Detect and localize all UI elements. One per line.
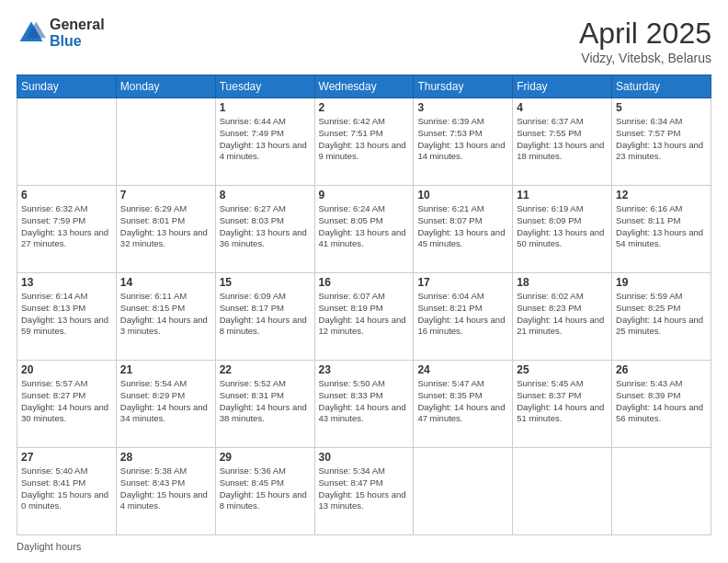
day-number: 20 <box>21 363 112 376</box>
calendar-cell: 3Sunrise: 6:39 AM Sunset: 7:53 PM Daylig… <box>414 98 513 186</box>
day-info: Sunrise: 6:42 AM Sunset: 7:51 PM Dayligh… <box>319 116 410 163</box>
calendar-week-row: 13Sunrise: 6:14 AM Sunset: 8:13 PM Dayli… <box>17 273 711 361</box>
day-number: 17 <box>417 276 508 289</box>
day-info: Sunrise: 5:34 AM Sunset: 8:47 PM Dayligh… <box>319 465 410 512</box>
day-info: Sunrise: 6:32 AM Sunset: 7:59 PM Dayligh… <box>21 203 112 250</box>
calendar-cell: 16Sunrise: 6:07 AM Sunset: 8:19 PM Dayli… <box>314 273 414 361</box>
calendar-page: General Blue April 2025 Vidzy, Vitebsk, … <box>0 0 728 563</box>
calendar-cell <box>612 448 711 535</box>
day-header-friday: Friday <box>513 75 612 98</box>
calendar-cell: 23Sunrise: 5:50 AM Sunset: 8:33 PM Dayli… <box>314 361 414 448</box>
calendar-cell: 19Sunrise: 5:59 AM Sunset: 8:25 PM Dayli… <box>612 273 711 361</box>
day-number: 12 <box>616 189 707 201</box>
calendar-cell: 27Sunrise: 5:40 AM Sunset: 8:41 PM Dayli… <box>17 448 117 535</box>
calendar-cell: 11Sunrise: 6:19 AM Sunset: 8:09 PM Dayli… <box>513 186 612 273</box>
calendar-cell: 9Sunrise: 6:24 AM Sunset: 8:05 PM Daylig… <box>314 186 414 273</box>
header: General Blue April 2025 Vidzy, Vitebsk, … <box>17 17 711 65</box>
day-number: 23 <box>319 363 410 376</box>
day-info: Sunrise: 6:14 AM Sunset: 8:13 PM Dayligh… <box>21 291 112 338</box>
calendar-header-row: SundayMondayTuesdayWednesdayThursdayFrid… <box>17 75 711 98</box>
calendar-table: SundayMondayTuesdayWednesdayThursdayFrid… <box>17 75 711 535</box>
day-info: Sunrise: 6:09 AM Sunset: 8:17 PM Dayligh… <box>220 291 311 338</box>
day-info: Sunrise: 6:37 AM Sunset: 7:55 PM Dayligh… <box>517 116 608 163</box>
calendar-cell <box>513 448 612 535</box>
day-number: 15 <box>220 276 311 289</box>
day-info: Sunrise: 5:43 AM Sunset: 8:39 PM Dayligh… <box>616 378 707 425</box>
day-info: Sunrise: 6:04 AM Sunset: 8:21 PM Dayligh… <box>417 291 508 338</box>
day-info: Sunrise: 5:50 AM Sunset: 8:33 PM Dayligh… <box>319 378 410 425</box>
day-number: 14 <box>120 276 211 289</box>
calendar-week-row: 20Sunrise: 5:57 AM Sunset: 8:27 PM Dayli… <box>17 361 711 448</box>
day-info: Sunrise: 6:34 AM Sunset: 7:57 PM Dayligh… <box>616 116 707 163</box>
calendar-cell: 5Sunrise: 6:34 AM Sunset: 7:57 PM Daylig… <box>612 98 711 186</box>
day-number: 11 <box>517 189 608 201</box>
day-number: 6 <box>21 189 112 201</box>
day-number: 18 <box>517 276 608 289</box>
day-number: 30 <box>319 451 410 464</box>
day-info: Sunrise: 6:44 AM Sunset: 7:49 PM Dayligh… <box>220 116 311 163</box>
calendar-cell: 4Sunrise: 6:37 AM Sunset: 7:55 PM Daylig… <box>513 98 612 186</box>
title-block: April 2025 Vidzy, Vitebsk, Belarus <box>579 17 711 65</box>
calendar-cell: 14Sunrise: 6:11 AM Sunset: 8:15 PM Dayli… <box>116 273 215 361</box>
day-number: 21 <box>120 363 211 376</box>
day-info: Sunrise: 6:16 AM Sunset: 8:11 PM Dayligh… <box>616 203 707 250</box>
day-header-monday: Monday <box>116 75 215 98</box>
day-number: 10 <box>417 189 508 201</box>
day-info: Sunrise: 5:57 AM Sunset: 8:27 PM Dayligh… <box>21 378 112 425</box>
day-number: 24 <box>417 363 508 376</box>
calendar-cell: 15Sunrise: 6:09 AM Sunset: 8:17 PM Dayli… <box>215 273 314 361</box>
calendar-subtitle: Vidzy, Vitebsk, Belarus <box>579 51 711 65</box>
day-number: 16 <box>319 276 410 289</box>
calendar-week-row: 1Sunrise: 6:44 AM Sunset: 7:49 PM Daylig… <box>17 98 711 186</box>
day-number: 27 <box>21 451 112 464</box>
calendar-week-row: 27Sunrise: 5:40 AM Sunset: 8:41 PM Dayli… <box>17 448 711 535</box>
calendar-cell: 30Sunrise: 5:34 AM Sunset: 8:47 PM Dayli… <box>314 448 414 535</box>
calendar-cell: 1Sunrise: 6:44 AM Sunset: 7:49 PM Daylig… <box>215 98 314 186</box>
day-number: 26 <box>616 363 707 376</box>
day-number: 22 <box>220 363 311 376</box>
day-info: Sunrise: 6:24 AM Sunset: 8:05 PM Dayligh… <box>319 203 410 250</box>
calendar-cell: 2Sunrise: 6:42 AM Sunset: 7:51 PM Daylig… <box>314 98 414 186</box>
day-header-wednesday: Wednesday <box>314 75 414 98</box>
day-number: 7 <box>120 189 211 201</box>
day-info: Sunrise: 6:07 AM Sunset: 8:19 PM Dayligh… <box>319 291 410 338</box>
day-number: 1 <box>220 101 311 114</box>
calendar-cell: 21Sunrise: 5:54 AM Sunset: 8:29 PM Dayli… <box>116 361 215 448</box>
day-number: 28 <box>120 451 211 464</box>
calendar-cell: 28Sunrise: 5:38 AM Sunset: 8:43 PM Dayli… <box>116 448 215 535</box>
day-header-tuesday: Tuesday <box>215 75 314 98</box>
day-number: 2 <box>319 101 410 114</box>
calendar-cell: 17Sunrise: 6:04 AM Sunset: 8:21 PM Dayli… <box>414 273 513 361</box>
day-number: 8 <box>220 189 311 201</box>
logo-general: General <box>50 17 105 33</box>
calendar-cell: 13Sunrise: 6:14 AM Sunset: 8:13 PM Dayli… <box>17 273 117 361</box>
day-header-saturday: Saturday <box>612 75 711 98</box>
day-info: Sunrise: 6:11 AM Sunset: 8:15 PM Dayligh… <box>120 291 211 338</box>
day-info: Sunrise: 6:02 AM Sunset: 8:23 PM Dayligh… <box>517 291 608 338</box>
day-info: Sunrise: 5:40 AM Sunset: 8:41 PM Dayligh… <box>21 465 112 512</box>
calendar-cell <box>414 448 513 535</box>
calendar-cell: 12Sunrise: 6:16 AM Sunset: 8:11 PM Dayli… <box>612 186 711 273</box>
logo: General Blue <box>17 17 105 49</box>
day-number: 19 <box>616 276 707 289</box>
calendar-week-row: 6Sunrise: 6:32 AM Sunset: 7:59 PM Daylig… <box>17 186 711 273</box>
calendar-cell: 8Sunrise: 6:27 AM Sunset: 8:03 PM Daylig… <box>215 186 314 273</box>
day-info: Sunrise: 6:39 AM Sunset: 7:53 PM Dayligh… <box>417 116 508 163</box>
day-info: Sunrise: 5:47 AM Sunset: 8:35 PM Dayligh… <box>417 378 508 425</box>
calendar-cell: 7Sunrise: 6:29 AM Sunset: 8:01 PM Daylig… <box>116 186 215 273</box>
day-number: 9 <box>319 189 410 201</box>
day-number: 3 <box>417 101 508 114</box>
calendar-cell: 24Sunrise: 5:47 AM Sunset: 8:35 PM Dayli… <box>414 361 513 448</box>
day-info: Sunrise: 5:45 AM Sunset: 8:37 PM Dayligh… <box>517 378 608 425</box>
day-header-thursday: Thursday <box>414 75 513 98</box>
logo-blue: Blue <box>50 33 105 50</box>
day-info: Sunrise: 5:38 AM Sunset: 8:43 PM Dayligh… <box>120 465 211 512</box>
day-number: 13 <box>21 276 112 289</box>
day-number: 29 <box>220 451 311 464</box>
calendar-cell: 26Sunrise: 5:43 AM Sunset: 8:39 PM Dayli… <box>612 361 711 448</box>
logo-icon <box>17 18 46 48</box>
day-number: 25 <box>517 363 608 376</box>
calendar-cell <box>17 98 117 186</box>
day-info: Sunrise: 6:19 AM Sunset: 8:09 PM Dayligh… <box>517 203 608 250</box>
calendar-cell: 6Sunrise: 6:32 AM Sunset: 7:59 PM Daylig… <box>17 186 117 273</box>
